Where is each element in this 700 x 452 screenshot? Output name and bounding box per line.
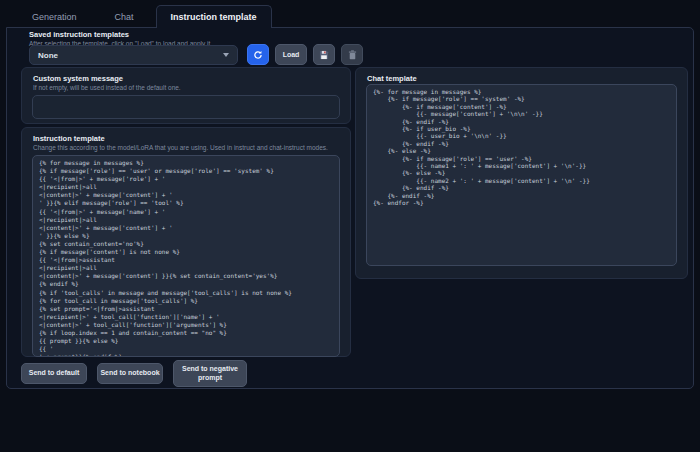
send-to-default-button[interactable]: Send to default xyxy=(21,363,87,384)
tab-bar: Generation Chat Instruction template xyxy=(6,5,272,28)
custom-system-message-panel: Custom system message If not empty, will… xyxy=(21,67,351,124)
instruction-template-subtitle: Change this according to the model/LoRA … xyxy=(33,144,339,151)
delete-template-button[interactable] xyxy=(341,44,363,65)
chat-template-title: Chat template xyxy=(367,74,676,83)
template-select[interactable]: None xyxy=(29,45,238,65)
chevron-down-icon xyxy=(223,53,229,57)
instruction-template-tab-panel: Saved instruction templates After select… xyxy=(6,27,694,389)
refresh-icon xyxy=(253,50,263,60)
load-template-button[interactable]: Load xyxy=(275,44,307,65)
template-select-value: None xyxy=(38,51,58,60)
instruction-template-panel: Instruction template Change this accordi… xyxy=(21,127,351,357)
chat-template-input[interactable]: {%- for message in messages %} {%- if me… xyxy=(366,84,677,266)
saved-templates-title: Saved instruction templates xyxy=(29,30,129,39)
custom-system-message-subtitle: If not empty, will be used instead of th… xyxy=(33,84,339,91)
send-to-negative-prompt-button[interactable]: Send to negative prompt xyxy=(173,360,247,387)
tab-generation[interactable]: Generation xyxy=(22,5,87,28)
send-to-notebook-button[interactable]: Send to notebook xyxy=(97,363,163,384)
floppy-disk-icon xyxy=(319,50,329,60)
save-template-button[interactable] xyxy=(313,44,335,65)
trash-icon xyxy=(348,50,357,60)
app-window: Generation Chat Instruction template Sav… xyxy=(0,0,700,452)
tab-instruction-template[interactable]: Instruction template xyxy=(156,5,272,28)
tab-chat[interactable]: Chat xyxy=(105,5,144,28)
refresh-templates-button[interactable] xyxy=(247,44,269,65)
chat-template-panel: Chat template {%- for message in message… xyxy=(355,67,688,279)
custom-system-message-input[interactable] xyxy=(32,95,340,119)
instruction-template-input[interactable]: {% for message in messages %} {% if mess… xyxy=(32,155,340,357)
custom-system-message-title: Custom system message xyxy=(33,74,339,83)
instruction-template-title: Instruction template xyxy=(33,134,339,143)
